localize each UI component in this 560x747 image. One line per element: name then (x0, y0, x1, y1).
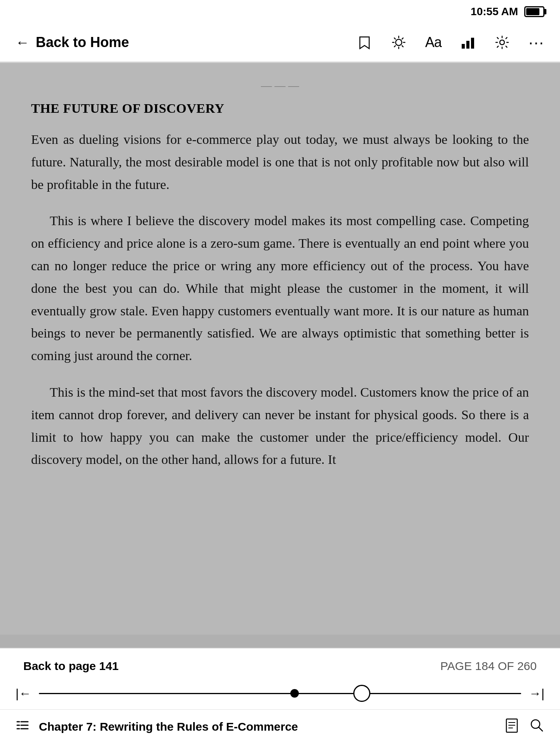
brightness-icon[interactable] (391, 35, 406, 50)
svg-line-8 (394, 45, 396, 47)
slider-track (39, 693, 521, 694)
svg-line-24 (539, 727, 543, 731)
chapter-row: Chapter 7: Rewriting the Rules of E-Comm… (0, 709, 560, 747)
slider-row: |← →| (0, 679, 560, 709)
paragraph-2: This is where I believe the discovery mo… (31, 210, 529, 367)
table-of-contents-icon[interactable] (16, 718, 30, 735)
more-icon[interactable]: ··· (529, 34, 544, 51)
status-time: 10:55 AM (471, 5, 518, 18)
paragraph-3: This is the mind-set that most favors th… (31, 381, 529, 471)
toolbar-icons: Aa ··· (357, 34, 544, 51)
battery-icon (524, 6, 544, 17)
svg-line-7 (402, 38, 403, 39)
chapter-title: Chapter 7: Rewriting the Rules of E-Comm… (39, 720, 495, 733)
back-to-page-button[interactable]: Back to page 141 (23, 660, 119, 673)
bookmark-icon[interactable] (357, 35, 372, 50)
notes-icon[interactable] (504, 717, 520, 736)
reading-progress-slider[interactable] (39, 684, 521, 703)
toolbar: ← Back to Home Aa (0, 23, 560, 62)
paragraph-1: Even as dueling visions for e-commerce p… (31, 128, 529, 196)
back-arrow-icon: ← (16, 35, 30, 49)
chapter-actions (504, 717, 544, 736)
back-to-home-button[interactable]: ← Back to Home (16, 34, 129, 51)
prev-content-hint: — — — (31, 79, 529, 92)
content-area: — — — THE FUTURE OF DISCOVERY Even as du… (0, 63, 560, 635)
svg-rect-9 (462, 44, 465, 49)
svg-rect-10 (466, 41, 469, 49)
bottom-panel: Back to page 141 PAGE 184 OF 260 |← →| C… (0, 648, 560, 747)
back-label: Back to Home (36, 34, 129, 51)
svg-point-0 (396, 39, 402, 45)
slider-thumb-secondary[interactable] (353, 685, 370, 702)
first-page-button[interactable]: |← (16, 686, 31, 701)
slider-thumb-position[interactable] (290, 689, 299, 698)
stats-icon[interactable] (460, 35, 476, 50)
svg-line-6 (402, 45, 403, 47)
page-nav-row: Back to page 141 PAGE 184 OF 260 (0, 649, 560, 679)
settings-icon[interactable] (494, 35, 510, 50)
chapter-heading: THE FUTURE OF DISCOVERY (31, 101, 529, 116)
svg-point-12 (500, 40, 504, 45)
svg-line-5 (394, 38, 396, 39)
font-icon[interactable]: Aa (425, 34, 441, 51)
svg-rect-11 (471, 38, 474, 49)
search-icon[interactable] (529, 717, 544, 736)
page-indicator: PAGE 184 OF 260 (440, 660, 537, 673)
status-bar: 10:55 AM (0, 0, 560, 23)
last-page-button[interactable]: →| (529, 686, 544, 701)
